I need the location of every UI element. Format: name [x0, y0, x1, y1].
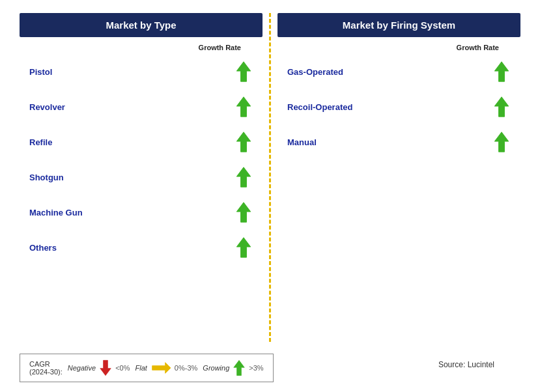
- list-item: Pistol: [29, 54, 253, 89]
- legend-flat-value: 0%-3%: [175, 364, 197, 372]
- panel-content-firing: Growth Rate Gas-Operated Recoil-Operated…: [277, 37, 520, 342]
- legend-growing-value: >3%: [249, 364, 263, 372]
- arrow-up-green-manual: [492, 131, 511, 153]
- arrow-up-green-refile: [234, 131, 253, 153]
- arrow-up-green-legend-icon: [232, 359, 246, 376]
- legend-flat-label: Flat: [135, 364, 147, 372]
- footer-row: CAGR (2024-30): Negative <0% Flat 0%-3% …: [20, 342, 520, 382]
- panel-market-by-type: Market by Type Growth Rate Pistol Revolv…: [20, 13, 263, 342]
- legend-cagr-label: CAGR (2024-30):: [29, 360, 63, 376]
- legend-growing: Growing >3%: [203, 359, 263, 376]
- arrow-up-green-others: [234, 236, 253, 259]
- source-text: Source: Lucintel: [438, 360, 520, 369]
- list-item: Revolver: [29, 89, 253, 124]
- svg-marker-2: [236, 132, 250, 152]
- panel-market-by-firing-system: Market by Firing System Growth Rate Gas-…: [277, 13, 520, 342]
- arrow-down-red-icon: [98, 359, 113, 376]
- list-item: Manual: [287, 124, 511, 160]
- growth-rate-label-type: Growth Rate: [29, 44, 253, 51]
- item-label-manual: Manual: [287, 137, 317, 147]
- list-item: Shotgun: [29, 160, 253, 195]
- svg-marker-4: [236, 203, 250, 222]
- svg-marker-1: [236, 97, 250, 117]
- legend-flat: Flat 0%-3%: [135, 361, 198, 374]
- item-label-machine-gun: Machine Gun: [29, 208, 83, 217]
- arrow-up-green-machine-gun: [234, 201, 253, 223]
- growth-rate-label-firing: Growth Rate: [287, 44, 511, 51]
- main-container: Market by Type Growth Rate Pistol Revolv…: [0, 0, 540, 392]
- item-label-pistol: Pistol: [29, 67, 52, 77]
- svg-marker-8: [494, 132, 508, 152]
- svg-marker-9: [100, 360, 111, 375]
- arrow-up-green-gas: [492, 61, 511, 83]
- list-item: Refile: [29, 124, 253, 160]
- item-label-recoil-operated: Recoil-Operated: [287, 102, 352, 112]
- legend-negative-value: <0%: [115, 364, 130, 372]
- arrow-up-green-revolver: [234, 96, 253, 118]
- svg-marker-5: [236, 238, 250, 257]
- panel-content-type: Growth Rate Pistol Revolver Refile: [20, 37, 263, 342]
- arrow-right-yellow-icon: [150, 361, 172, 374]
- legend-box: CAGR (2024-30): Negative <0% Flat 0%-3% …: [20, 354, 274, 382]
- svg-marker-7: [494, 97, 508, 117]
- svg-marker-11: [234, 360, 244, 375]
- dashed-divider: [269, 13, 271, 342]
- svg-marker-10: [152, 363, 171, 374]
- legend-negative-label: Negative: [68, 364, 96, 372]
- legend-negative: Negative <0%: [68, 359, 130, 376]
- arrow-up-green-recoil: [492, 96, 511, 118]
- item-label-gas-operated: Gas-Operated: [287, 67, 343, 77]
- list-item: Gas-Operated: [287, 54, 511, 89]
- list-item: Others: [29, 230, 253, 265]
- arrow-up-green-shotgun: [234, 166, 253, 188]
- panel-header-firing: Market by Firing System: [277, 13, 520, 37]
- svg-marker-3: [236, 167, 250, 187]
- arrow-up-green-pistol: [234, 61, 253, 83]
- svg-marker-6: [494, 62, 508, 81]
- item-label-shotgun: Shotgun: [29, 173, 64, 182]
- panel-header-type: Market by Type: [20, 13, 263, 37]
- item-label-others: Others: [29, 243, 57, 253]
- charts-row: Market by Type Growth Rate Pistol Revolv…: [20, 13, 520, 342]
- legend-growing-label: Growing: [203, 364, 229, 372]
- list-item: Machine Gun: [29, 195, 253, 230]
- list-item: Recoil-Operated: [287, 89, 511, 124]
- item-label-revolver: Revolver: [29, 102, 65, 112]
- svg-marker-0: [236, 62, 250, 81]
- item-label-refile: Refile: [29, 137, 52, 147]
